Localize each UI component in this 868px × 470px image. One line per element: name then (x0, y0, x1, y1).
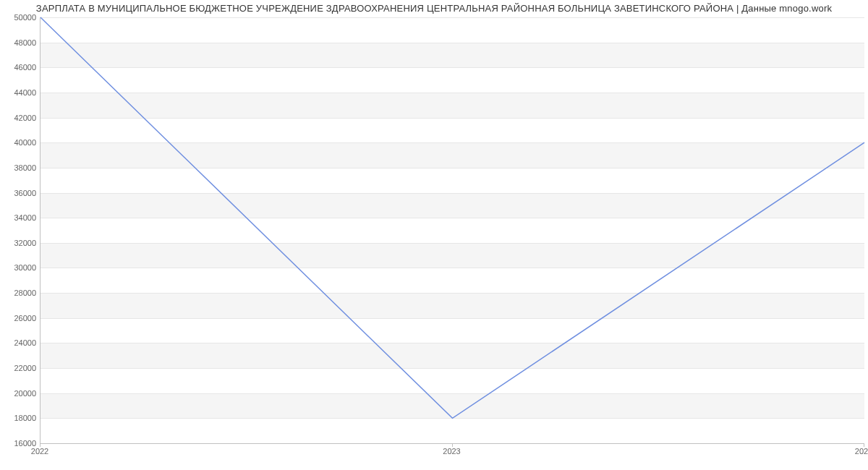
y-tick-label: 32000 (4, 239, 36, 247)
y-tick-label: 36000 (4, 189, 36, 197)
y-tick-label: 46000 (4, 63, 36, 72)
x-tick-mark (40, 443, 41, 447)
chart-title: ЗАРПЛАТА В МУНИЦИПАЛЬНОЕ БЮДЖЕТНОЕ УЧРЕЖ… (0, 3, 868, 14)
y-tick-label: 50000 (4, 13, 36, 22)
y-tick-label: 24000 (4, 338, 36, 347)
y-tick-label: 44000 (4, 88, 36, 97)
y-tick-label: 42000 (4, 114, 36, 122)
x-tick-label: 2022 (31, 447, 48, 456)
y-tick-label: 48000 (4, 38, 36, 47)
y-tick-label: 20000 (4, 389, 36, 398)
y-tick-label: 22000 (4, 364, 36, 372)
y-tick-label: 18000 (4, 414, 36, 422)
plot-area (40, 17, 864, 444)
y-tick-label: 30000 (4, 263, 36, 272)
y-tick-label: 34000 (4, 213, 36, 222)
y-tick-label: 38000 (4, 163, 36, 172)
y-tick-label: 40000 (4, 138, 36, 147)
y-tick-label: 26000 (4, 314, 36, 322)
x-tick-mark (864, 443, 864, 447)
x-tick-mark (452, 443, 453, 447)
series-line (41, 17, 864, 418)
x-tick-label: 2024 (855, 447, 868, 456)
line-layer (41, 17, 864, 443)
y-tick-label: 28000 (4, 289, 36, 297)
x-tick-label: 2023 (443, 447, 460, 456)
